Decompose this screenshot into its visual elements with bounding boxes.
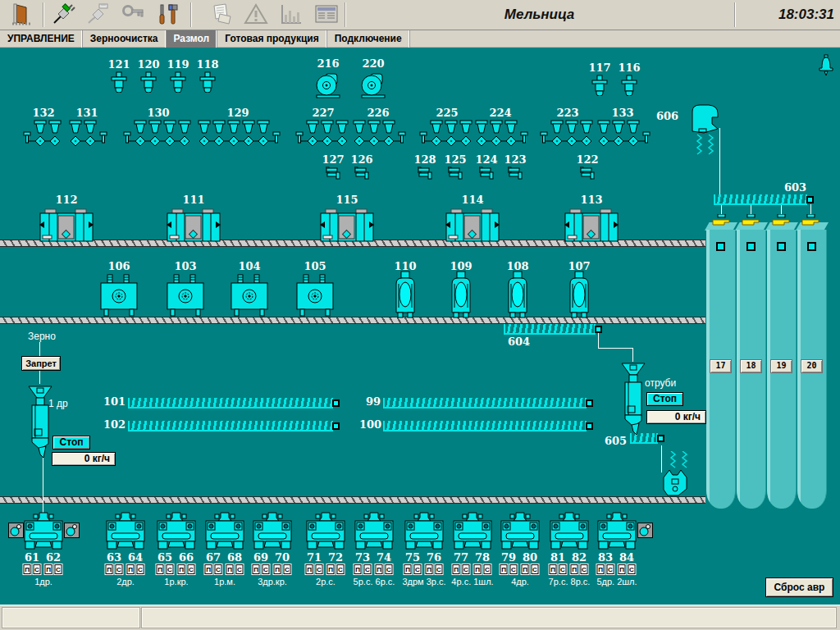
roller-mill-67-68[interactable] xyxy=(204,512,245,550)
tab-управление[interactable]: УПРАВЛЕНИЕ xyxy=(0,30,83,48)
alarm-bell-icon[interactable] xyxy=(816,54,836,76)
toolbar-button-alarm-list[interactable] xyxy=(240,2,272,29)
roller-mill-61-62[interactable] xyxy=(23,512,64,550)
toolbar-button-key[interactable] xyxy=(116,2,149,29)
roller-mill-63-64[interactable] xyxy=(105,512,146,550)
reset-emergency-button[interactable]: Сброс авр xyxy=(765,578,833,597)
tab-подключение[interactable]: Подключение xyxy=(327,30,410,48)
mill-number-70: 70 xyxy=(275,551,290,564)
bran-stop-button[interactable]: Стоп xyxy=(646,392,683,406)
cyclone-group-132[interactable] xyxy=(23,120,64,148)
cyclone-group-227[interactable] xyxy=(295,120,351,148)
sifter-114[interactable] xyxy=(445,208,500,243)
bran-rate-display: 0 кг/ч xyxy=(646,410,706,424)
roller-mill-73-74[interactable] xyxy=(354,512,395,550)
roller-mill-79-80[interactable] xyxy=(500,512,541,550)
box-machine-106[interactable] xyxy=(100,274,138,317)
roller-mill-83-84[interactable] xyxy=(596,512,637,550)
toolbar-button-report[interactable] xyxy=(205,2,238,29)
screw-conveyor-101[interactable] xyxy=(128,398,340,409)
cyclone-group-131[interactable] xyxy=(66,120,107,148)
mill-number-80: 80 xyxy=(523,551,537,564)
toolbar-button-exit-door[interactable] xyxy=(7,2,39,29)
small-conveyor-122[interactable] xyxy=(580,167,595,180)
sifter-111[interactable] xyxy=(167,208,221,243)
cyclone-group-226[interactable] xyxy=(350,120,406,148)
roller-mill-81-82[interactable] xyxy=(549,512,590,550)
oval-machine-108[interactable] xyxy=(507,271,528,318)
motor-box-icon[interactable] xyxy=(637,523,653,538)
mill-status-indicators: ПС xyxy=(24,564,41,574)
small-conveyor-128[interactable] xyxy=(418,167,432,180)
sifter-113[interactable] xyxy=(564,208,619,243)
screw-conveyor-99[interactable] xyxy=(383,398,593,409)
silo-gate-icon[interactable] xyxy=(711,214,731,226)
sifter-label-111: 111 xyxy=(182,194,204,206)
mill-number-71: 71 xyxy=(307,551,322,564)
box-machine-104[interactable] xyxy=(231,274,268,317)
silo-gate-icon[interactable] xyxy=(801,214,820,226)
toolbar-button-connect-plug[interactable] xyxy=(48,2,80,29)
cyclone-606[interactable] xyxy=(689,103,722,156)
silo-gate-icon[interactable] xyxy=(741,214,760,226)
cyclone-group-223[interactable] xyxy=(540,120,596,148)
oval-machine-110[interactable] xyxy=(395,271,416,318)
box-machine-105[interactable] xyxy=(296,274,334,317)
valve-116[interactable] xyxy=(621,75,637,96)
oval-machine-107[interactable] xyxy=(568,271,590,318)
valve-117[interactable] xyxy=(591,75,608,96)
cyclone-group-129[interactable] xyxy=(195,120,281,148)
toolbar-button-tools[interactable] xyxy=(151,2,184,29)
silo-indicator-20[interactable] xyxy=(807,242,816,251)
silo-indicator-17[interactable] xyxy=(716,242,725,251)
motor-box-icon[interactable] xyxy=(64,523,80,538)
sifter-112[interactable] xyxy=(39,208,94,243)
cyclone-group-130[interactable] xyxy=(123,120,194,148)
valve-121[interactable] xyxy=(111,71,127,93)
toolbar-button-control-panel[interactable] xyxy=(309,2,342,29)
cyclone-group-label-130: 130 xyxy=(147,107,169,119)
fan-216[interactable] xyxy=(315,70,341,98)
sifter-115[interactable] xyxy=(320,208,374,243)
mill-status-indicators: ПС xyxy=(205,564,222,574)
screw-conveyor-102[interactable] xyxy=(128,421,340,431)
cyclone-group-225[interactable] xyxy=(419,120,475,148)
screw-conveyor-603[interactable] xyxy=(714,194,814,205)
silo-indicator-19[interactable] xyxy=(777,242,786,251)
roller-mill-77-78[interactable] xyxy=(452,512,493,550)
roller-mill-65-66[interactable] xyxy=(156,512,197,550)
small-conveyor-124[interactable] xyxy=(479,167,494,180)
small-conveyor-126[interactable] xyxy=(354,167,369,180)
valve-120[interactable] xyxy=(140,71,157,93)
indicator-stop: С xyxy=(34,564,41,574)
tab-готовая продукция[interactable]: Готовая продукция xyxy=(217,30,326,48)
feeder-hopper-grain[interactable] xyxy=(26,384,54,459)
bran-outlet-cyclone[interactable] xyxy=(660,451,692,502)
small-conveyor-123[interactable] xyxy=(508,167,523,180)
cyclone-group-label-223: 223 xyxy=(556,107,578,119)
valve-119[interactable] xyxy=(170,71,186,93)
cyclone-group-224[interactable] xyxy=(472,120,528,148)
roller-mill-75-76[interactable] xyxy=(404,512,445,550)
tab-размол[interactable]: Размол xyxy=(167,30,218,48)
cyclone-group-133[interactable] xyxy=(595,120,651,148)
valve-118[interactable] xyxy=(199,71,216,93)
screw-conveyor-604[interactable] xyxy=(504,324,602,335)
roller-mill-69-70[interactable] xyxy=(252,512,293,550)
ban-button[interactable]: Запрет xyxy=(21,356,61,371)
small-conveyor-127[interactable] xyxy=(326,167,340,180)
screw-conveyor-100[interactable] xyxy=(383,421,593,431)
silo-indicator-18[interactable] xyxy=(746,242,756,251)
small-conveyor-125[interactable] xyxy=(448,167,463,180)
tab-зерноочистка[interactable]: Зерноочистка xyxy=(83,30,167,48)
toolbar-button-disconnect-plug[interactable] xyxy=(82,2,115,29)
toolbar-button-trends-chart[interactable] xyxy=(274,2,307,29)
oval-machine-109[interactable] xyxy=(450,271,472,318)
roller-mill-71-72[interactable] xyxy=(305,512,346,550)
grain-stop-button[interactable]: Стоп xyxy=(52,436,90,450)
box-machine-103[interactable] xyxy=(167,274,204,317)
fan-220[interactable] xyxy=(360,70,386,98)
silo-gate-icon[interactable] xyxy=(771,214,791,226)
feeder-hopper-bran[interactable] xyxy=(619,361,647,436)
motor-box-icon[interactable] xyxy=(8,523,24,538)
